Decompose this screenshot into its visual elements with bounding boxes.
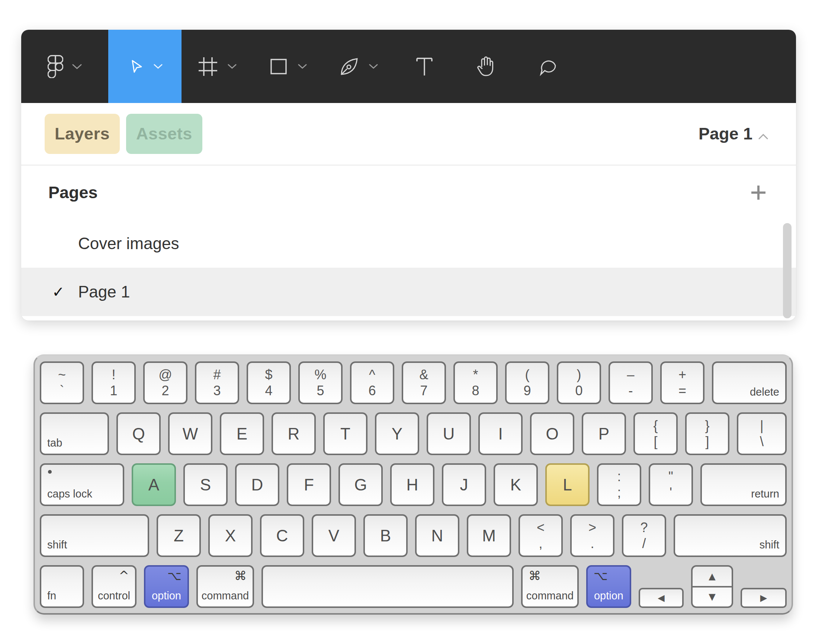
- key-m[interactable]: M: [467, 514, 511, 557]
- figma-logo-icon: [48, 55, 63, 78]
- key-7[interactable]: &7: [402, 361, 446, 404]
- key-fn[interactable]: fn: [40, 565, 84, 608]
- key-n[interactable]: N: [415, 514, 459, 557]
- key-bracket-left[interactable]: {[: [633, 412, 678, 455]
- key-shift-left[interactable]: shift: [40, 514, 149, 557]
- move-tool-button[interactable]: [108, 30, 182, 103]
- pen-tool-button[interactable]: [323, 30, 394, 103]
- key-p[interactable]: P: [582, 412, 626, 455]
- page-row-page-1[interactable]: ✓ Page 1: [21, 268, 796, 316]
- key-k[interactable]: K: [494, 463, 538, 506]
- key-semicolon[interactable]: :;: [597, 463, 641, 506]
- option-left-symbol-icon: ⌥: [167, 570, 182, 582]
- key-comma[interactable]: <,: [519, 514, 563, 557]
- key-f[interactable]: F: [287, 463, 331, 506]
- key-minus[interactable]: –-: [609, 361, 653, 404]
- key-tab[interactable]: tab: [40, 412, 109, 455]
- key-h[interactable]: H: [390, 463, 434, 506]
- page-row-cover-images[interactable]: Cover images: [21, 219, 796, 268]
- key-command-right[interactable]: ⌘command: [521, 565, 579, 608]
- text-tool-button[interactable]: [394, 30, 455, 103]
- key-q[interactable]: Q: [116, 412, 161, 455]
- arrow-right-icon: ▶: [760, 593, 767, 602]
- rectangle-icon: [268, 56, 289, 77]
- key-caps-lock[interactable]: caps lock: [40, 463, 124, 506]
- key-arrow-updown[interactable]: ▲▼: [691, 565, 733, 608]
- key-1[interactable]: !1: [91, 361, 136, 404]
- key-control[interactable]: ^control: [91, 565, 136, 608]
- key-option-left[interactable]: ⌥option: [144, 565, 189, 608]
- key-c[interactable]: C: [260, 514, 304, 557]
- key-arrow-right[interactable]: ▶: [740, 588, 787, 608]
- key-b[interactable]: B: [363, 514, 408, 557]
- key-0[interactable]: )0: [557, 361, 601, 404]
- screenshot-root: Layers Assets Page 1 Pages Cover images: [0, 0, 825, 644]
- key-8[interactable]: *8: [453, 361, 497, 404]
- pages-title: Pages: [48, 183, 98, 202]
- tab-layers[interactable]: Layers: [45, 114, 120, 154]
- key-2[interactable]: @2: [143, 361, 187, 404]
- key-v[interactable]: V: [312, 514, 356, 557]
- arrow-up-icon: ▲: [709, 572, 715, 581]
- speech-bubble-icon: [538, 56, 558, 77]
- page-selector[interactable]: Page 1: [698, 124, 768, 144]
- tab-assets[interactable]: Assets: [126, 114, 202, 154]
- key-5[interactable]: %5: [298, 361, 343, 404]
- key-shift-right[interactable]: shift: [674, 514, 787, 557]
- cursor-icon: [128, 58, 145, 75]
- key-period[interactable]: >.: [570, 514, 615, 557]
- option-right-symbol-icon: ⌥: [594, 570, 608, 582]
- hand-tool-button[interactable]: [455, 30, 517, 103]
- key-g[interactable]: G: [338, 463, 383, 506]
- key-return[interactable]: return: [700, 463, 787, 506]
- key-6[interactable]: ^6: [350, 361, 394, 404]
- pages-scrollbar[interactable]: [783, 223, 791, 318]
- key-4[interactable]: $4: [247, 361, 291, 404]
- command-right-symbol-icon: ⌘: [528, 570, 541, 582]
- keyboard-row: ~`!1@2#3$4%5^6&7*8(9)0–-+=delete: [40, 361, 787, 404]
- key-backtick[interactable]: ~`: [40, 361, 84, 404]
- key-j[interactable]: J: [442, 463, 486, 506]
- key-a[interactable]: A: [132, 463, 176, 506]
- key-y[interactable]: Y: [375, 412, 419, 455]
- key-i[interactable]: I: [478, 412, 522, 455]
- key-w[interactable]: W: [168, 412, 212, 455]
- chevron-down-icon: [154, 64, 162, 69]
- key-arrow-left[interactable]: ◀: [639, 588, 684, 608]
- keyboard-row: tabQWERTYUIOP{[}]|\: [40, 412, 787, 455]
- text-icon: [415, 56, 434, 77]
- chevron-down-icon: [72, 64, 82, 69]
- key-delete[interactable]: delete: [712, 361, 787, 404]
- key-o[interactable]: O: [530, 412, 574, 455]
- key-9[interactable]: (9: [505, 361, 549, 404]
- key-slash[interactable]: ?/: [622, 514, 666, 557]
- comment-tool-button[interactable]: [517, 30, 579, 103]
- key-u[interactable]: U: [426, 412, 471, 455]
- key-l[interactable]: L: [545, 463, 590, 506]
- chevron-up-icon: [759, 124, 768, 144]
- key-bracket-right[interactable]: }]: [685, 412, 729, 455]
- key-3[interactable]: #3: [195, 361, 239, 404]
- key-d[interactable]: D: [235, 463, 279, 506]
- key-quote[interactable]: "': [649, 463, 693, 506]
- key-arrow-up[interactable]: ▲: [692, 567, 732, 586]
- key-backslash[interactable]: |\: [737, 412, 787, 455]
- add-page-button[interactable]: [750, 184, 767, 201]
- keyboard: ~`!1@2#3$4%5^6&7*8(9)0–-+=deletetabQWERT…: [34, 354, 793, 615]
- key-equals[interactable]: +=: [660, 361, 704, 404]
- key-z[interactable]: Z: [157, 514, 201, 557]
- key-x[interactable]: X: [208, 514, 253, 557]
- key-e[interactable]: E: [220, 412, 264, 455]
- frame-tool-button[interactable]: [182, 30, 252, 103]
- key-arrow-down[interactable]: ▼: [692, 586, 732, 607]
- shape-tool-button[interactable]: [252, 30, 323, 103]
- main-menu-button[interactable]: [21, 30, 108, 103]
- key-s[interactable]: S: [183, 463, 228, 506]
- chevron-down-icon: [228, 64, 236, 69]
- key-command-left[interactable]: ⌘command: [196, 565, 254, 608]
- key-option-right[interactable]: ⌥option: [586, 565, 631, 608]
- key-t[interactable]: T: [323, 412, 368, 455]
- key-r[interactable]: R: [272, 412, 316, 455]
- panel-tabs-row: Layers Assets Page 1: [21, 103, 796, 165]
- key-space[interactable]: [261, 565, 514, 608]
